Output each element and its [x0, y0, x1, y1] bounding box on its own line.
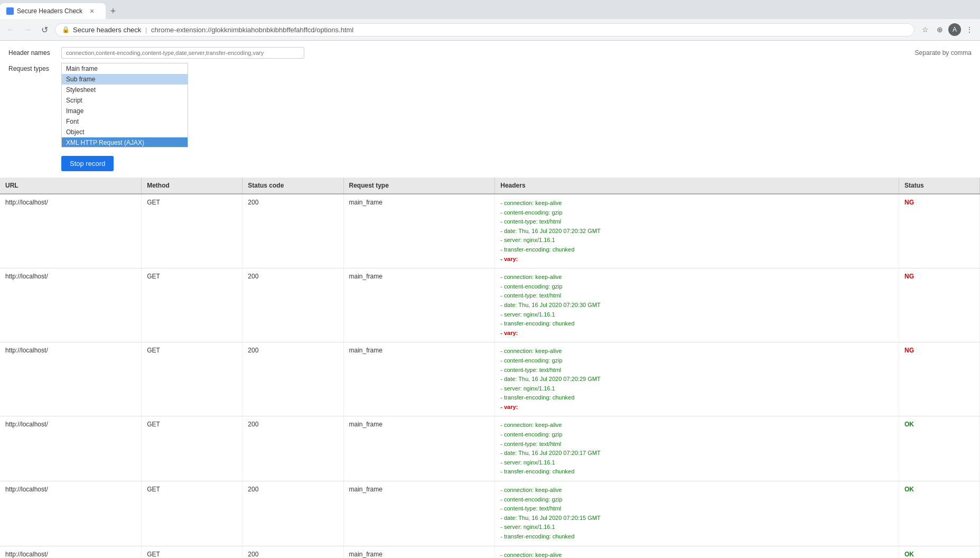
cell-request-type-1: main_frame	[343, 268, 495, 342]
address-input[interactable]: 🔒 Header names Secure headers check | ch…	[55, 23, 914, 36]
address-text: Secure headers check | chrome-extension:…	[73, 26, 353, 34]
cell-url-2: http://localhost/	[0, 342, 142, 416]
request-type-item-3[interactable]: Script	[62, 95, 188, 106]
request-type-item-0[interactable]: Main frame	[62, 63, 188, 74]
tab-title: Secure Headers Check	[17, 7, 82, 15]
tab-favicon	[6, 7, 14, 15]
table-row: http://localhost/GET200main_frame- conne…	[0, 194, 980, 268]
request-types-content: Main frameSub frameStylesheetScriptImage…	[61, 63, 972, 147]
cell-status-code-1: 200	[242, 268, 343, 342]
request-type-item-7[interactable]: XML HTTP Request (AJAX)	[62, 137, 188, 147]
cell-url-3: http://localhost/	[0, 416, 142, 481]
col-status-header: Status	[899, 178, 980, 194]
table-row: http://localhost/GET200main_frame- conne…	[0, 268, 980, 342]
header-names-label: Header names	[8, 47, 61, 57]
forward-button[interactable]: →	[21, 23, 34, 36]
request-types-label: Request types	[8, 63, 61, 72]
browser-chrome: Secure Headers Check × + ← → ↺ 🔒 Header …	[0, 0, 980, 41]
table-row: http://localhost/GET200main_frame- conne…	[0, 342, 980, 416]
cell-status-5: OK	[899, 546, 980, 558]
data-table: URL Method Status code Request type Head…	[0, 178, 980, 558]
request-type-item-4[interactable]: Image	[62, 106, 188, 116]
cell-status-code-0: 200	[242, 194, 343, 268]
cell-status-1: NG	[899, 268, 980, 342]
cell-url-5: http://localhost/	[0, 546, 142, 558]
cell-status-code-2: 200	[242, 342, 343, 416]
table-header-row: URL Method Status code Request type Head…	[0, 178, 980, 194]
tab-bar: Secure Headers Check × +	[0, 0, 980, 19]
cell-method-1: GET	[142, 268, 242, 342]
col-request-type-header: Request type	[343, 178, 495, 194]
cell-method-2: GET	[142, 342, 242, 416]
request-type-item-6[interactable]: Object	[62, 127, 188, 137]
table-row: http://localhost/GET200main_frame- conne…	[0, 416, 980, 481]
header-names-input[interactable]	[61, 47, 304, 59]
tab-close-button[interactable]: ×	[90, 7, 94, 15]
cell-headers-3: - connection: keep-alive- content-encodi…	[495, 416, 899, 481]
col-url-header: URL	[0, 178, 142, 194]
address-lock-icon: 🔒	[62, 26, 70, 33]
cell-url-4: http://localhost/	[0, 481, 142, 546]
cell-status-code-4: 200	[242, 481, 343, 546]
cell-request-type-3: main_frame	[343, 416, 495, 481]
request-types-list[interactable]: Main frameSub frameStylesheetScriptImage…	[61, 63, 188, 147]
menu-icon[interactable]: ⋮	[963, 23, 976, 36]
table-body: http://localhost/GET200main_frame- conne…	[0, 194, 980, 558]
stop-record-button[interactable]: Stop record	[61, 156, 114, 171]
extensions-icon[interactable]: ⊕	[934, 23, 946, 36]
cell-method-4: GET	[142, 481, 242, 546]
controls-area: Header names Separate by comma Request t…	[0, 41, 980, 175]
cell-status-3: OK	[899, 416, 980, 481]
cell-status-4: OK	[899, 481, 980, 546]
cell-url-0: http://localhost/	[0, 194, 142, 268]
reload-button[interactable]: ↺	[38, 23, 51, 36]
table-row: http://localhost/GET200main_frame- conne…	[0, 481, 980, 546]
cell-method-3: GET	[142, 416, 242, 481]
cell-request-type-5: main_frame	[343, 546, 495, 558]
cell-headers-5: - connection: keep-alive- content-encodi…	[495, 546, 899, 558]
toolbar-right: ☆ ⊕ A ⋮	[919, 23, 976, 36]
request-type-item-2[interactable]: Stylesheet	[62, 85, 188, 95]
address-bar: ← → ↺ 🔒 Header names Secure headers chec…	[0, 19, 980, 40]
cell-status-0: NG	[899, 194, 980, 268]
separate-label: Separate by comma	[915, 47, 972, 57]
request-type-item-1[interactable]: Sub frame	[62, 74, 188, 85]
address-separator: |	[145, 26, 147, 34]
bookmark-icon[interactable]: ☆	[919, 23, 931, 36]
header-names-content	[61, 47, 911, 59]
cell-method-0: GET	[142, 194, 242, 268]
cell-headers-0: - connection: keep-alive- content-encodi…	[495, 194, 899, 268]
avatar-icon: A	[948, 23, 961, 36]
table-header: URL Method Status code Request type Head…	[0, 178, 980, 194]
cell-status-2: NG	[899, 342, 980, 416]
new-tab-button[interactable]: +	[106, 4, 120, 18]
cell-method-5: GET	[142, 546, 242, 558]
table-row: http://localhost/GET200main_frame- conne…	[0, 546, 980, 558]
col-method-header: Method	[142, 178, 242, 194]
active-tab[interactable]: Secure Headers Check ×	[0, 3, 106, 19]
cell-headers-2: - connection: keep-alive- content-encodi…	[495, 342, 899, 416]
header-names-row: Header names Separate by comma	[8, 47, 972, 59]
col-status-code-header: Status code	[242, 178, 343, 194]
cell-request-type-2: main_frame	[343, 342, 495, 416]
cell-status-code-5: 200	[242, 546, 343, 558]
request-type-item-5[interactable]: Font	[62, 116, 188, 127]
cell-headers-4: - connection: keep-alive- content-encodi…	[495, 481, 899, 546]
cell-headers-1: - connection: keep-alive- content-encodi…	[495, 268, 899, 342]
extension-page: Header names Separate by comma Request t…	[0, 41, 980, 558]
cell-request-type-0: main_frame	[343, 194, 495, 268]
cell-status-code-3: 200	[242, 416, 343, 481]
col-headers-header: Headers	[495, 178, 899, 194]
cell-url-1: http://localhost/	[0, 268, 142, 342]
cell-request-type-4: main_frame	[343, 481, 495, 546]
back-button[interactable]: ←	[4, 23, 17, 36]
request-types-row: Request types Main frameSub frameStylesh…	[8, 63, 972, 147]
